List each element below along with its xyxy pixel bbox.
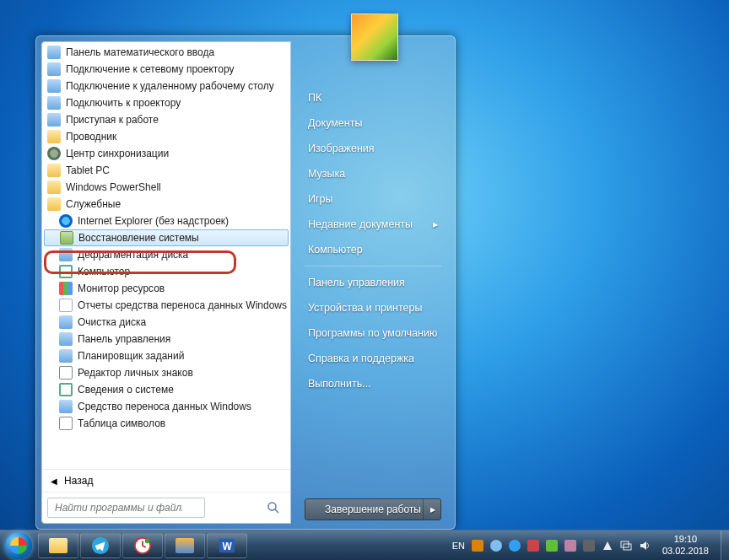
program-item[interactable]: Панель математического ввода	[42, 44, 290, 61]
right-pane-item[interactable]: Игры	[296, 186, 450, 212]
program-label: Очистка диска	[78, 316, 146, 328]
tray-icon[interactable]	[564, 540, 576, 552]
program-item[interactable]: Дефрагментация диска	[42, 246, 290, 263]
program-label: Отчеты средства переноса данных Windows	[78, 299, 287, 311]
program-label: Подключение к сетевому проектору	[66, 63, 234, 75]
program-item[interactable]: Очистка диска	[42, 314, 290, 331]
program-icon	[59, 248, 73, 261]
tray-icon[interactable]	[546, 540, 558, 552]
program-item[interactable]: Средство переноса данных Windows	[42, 398, 290, 415]
right-pane-label: Недавние документы	[308, 218, 413, 230]
right-pane-item[interactable]: Выполнить...	[296, 371, 450, 396]
tray-icon[interactable]	[509, 540, 521, 552]
program-label: Windows PowerShell	[66, 181, 161, 193]
program-item[interactable]: Компьютер	[42, 263, 290, 280]
tray-icon[interactable]	[527, 540, 539, 552]
tray-language[interactable]: EN	[452, 541, 465, 551]
system-tray: EN 19:10 03.02.2018	[446, 534, 721, 556]
right-pane-item[interactable]: Музыка	[296, 161, 450, 186]
volume-icon[interactable]	[639, 540, 651, 552]
clock-icon	[133, 536, 152, 555]
program-label: Internet Explorer (без надстроек)	[78, 215, 229, 227]
program-item[interactable]: Монитор ресурсов	[42, 280, 290, 297]
shutdown-options-arrow-icon[interactable]: ▶	[430, 506, 435, 514]
right-pane-label: Игры	[308, 193, 332, 205]
program-icon	[59, 265, 73, 278]
taskbar-clock[interactable]: 19:10 03.02.2018	[657, 534, 714, 556]
program-item[interactable]: Подключение к сетевому проектору	[42, 61, 290, 78]
program-item[interactable]: Windows PowerShell	[42, 179, 290, 196]
svg-text:W: W	[222, 540, 232, 552]
right-pane-label: Панель управления	[308, 277, 405, 288]
program-label: Дефрагментация диска	[78, 249, 188, 261]
program-label: Tablet PC	[66, 164, 110, 176]
taskbar-app-word[interactable]: W	[207, 533, 247, 558]
shutdown-button[interactable]: Завершение работы ▶	[305, 498, 441, 520]
program-item[interactable]: Таблица символов	[42, 415, 290, 432]
svg-point-4	[145, 538, 150, 543]
program-item[interactable]: Приступая к работе	[42, 111, 290, 128]
program-item[interactable]: Редактор личных знаков	[42, 364, 290, 381]
program-icon	[59, 214, 73, 228]
right-pane-label: Изображения	[308, 143, 375, 154]
program-label: Планировщик заданий	[78, 350, 184, 362]
tray-icon[interactable]	[490, 540, 502, 552]
search-input[interactable]	[47, 498, 205, 518]
program-label: Центр синхронизации	[66, 148, 169, 159]
program-item[interactable]: Сведения о системе	[42, 381, 290, 398]
action-center-icon[interactable]	[602, 540, 613, 552]
right-pane-item[interactable]: Программы по умолчанию	[296, 320, 450, 346]
program-label: Проводник	[66, 131, 116, 143]
taskbar-app-generic[interactable]	[165, 533, 205, 558]
program-item[interactable]: Internet Explorer (без надстроек)	[42, 213, 290, 229]
program-item[interactable]: Центр синхронизации	[42, 145, 290, 162]
program-icon	[47, 46, 61, 59]
program-label: Таблица символов	[78, 417, 165, 429]
user-avatar[interactable]	[351, 13, 398, 61]
word-icon: W	[218, 536, 236, 555]
start-menu: Панель математического вводаПодключение …	[35, 35, 456, 530]
right-pane-item[interactable]: Недавние документы▶	[296, 212, 450, 237]
tray-icon[interactable]	[583, 540, 595, 552]
right-pane-item[interactable]: Панель управления	[296, 270, 450, 295]
program-item[interactable]: Панель управления	[42, 331, 290, 347]
show-desktop-button[interactable]	[721, 530, 729, 561]
taskbar: W EN 19:10 03.02.2018	[0, 530, 729, 560]
right-pane-item[interactable]: ПК	[296, 85, 450, 110]
program-icon	[59, 332, 73, 346]
program-icon	[59, 383, 73, 396]
program-label: Панель математического ввода	[66, 46, 214, 58]
program-item[interactable]: Подключить к проектору	[42, 94, 290, 111]
taskbar-app-explorer[interactable]	[38, 533, 78, 558]
right-pane-item[interactable]: Устройства и принтеры	[296, 295, 450, 320]
program-icon	[60, 231, 73, 245]
right-pane-item[interactable]: Документы	[296, 110, 450, 136]
app-icon	[176, 538, 194, 553]
program-item[interactable]: Служебные	[42, 196, 290, 213]
program-label: Подключение к удаленному рабочему столу	[66, 80, 274, 92]
taskbar-app-clock[interactable]	[122, 533, 163, 558]
right-pane-item[interactable]: Изображения	[296, 136, 450, 161]
tray-icon[interactable]	[472, 540, 483, 552]
clock-date: 03.02.2018	[662, 546, 709, 557]
right-pane-item[interactable]: Справка и поддержка	[296, 346, 450, 371]
program-icon	[47, 96, 61, 110]
network-icon[interactable]	[620, 540, 632, 552]
program-item[interactable]: Подключение к удаленному рабочему столу	[42, 78, 290, 94]
program-item[interactable]: Проводник	[42, 128, 290, 145]
program-item[interactable]: Tablet PC	[42, 162, 290, 179]
start-button[interactable]	[0, 530, 37, 561]
back-button[interactable]: ◀ Назад	[42, 469, 290, 492]
program-item[interactable]: Восстановление системы	[44, 229, 289, 246]
program-item[interactable]: Отчеты средства переноса данных Windows	[42, 297, 290, 314]
program-label: Восстановление системы	[78, 232, 199, 244]
all-programs-list[interactable]: Панель математического вводаПодключение …	[42, 42, 290, 469]
program-item[interactable]: Планировщик заданий	[42, 347, 290, 364]
taskbar-app-telegram[interactable]	[80, 533, 121, 558]
clock-time: 19:10	[662, 534, 709, 545]
program-label: Панель управления	[78, 333, 170, 345]
right-pane-label: Музыка	[308, 168, 345, 180]
program-label: Компьютер	[78, 266, 130, 277]
folder-icon	[49, 538, 68, 553]
right-pane-item[interactable]: Компьютер	[296, 237, 450, 262]
